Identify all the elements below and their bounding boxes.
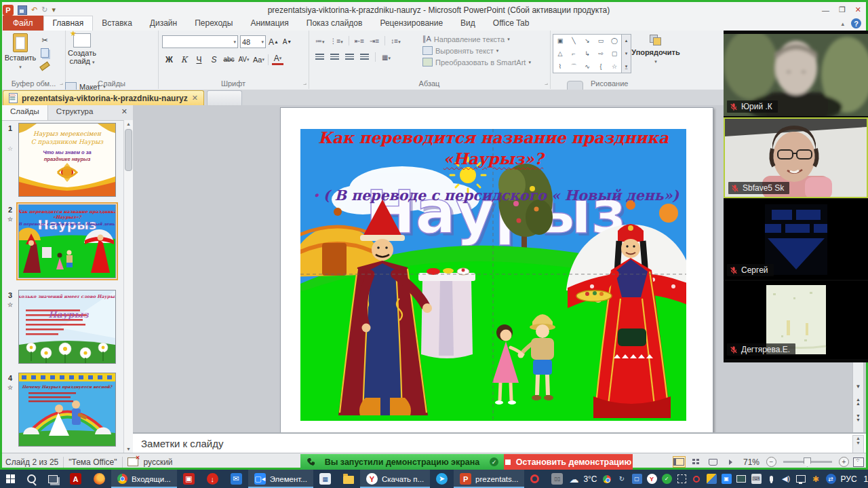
zoom-slider-thumb[interactable] [804, 457, 811, 467]
decrease-indent-button[interactable]: ⇤≡ [355, 37, 364, 45]
document-tab-active[interactable]: prezentatsiya-viktorina-k-prazdniku-naur… [3, 90, 204, 105]
grow-font-button[interactable]: А▲ [268, 36, 279, 48]
slide-thumbnail-item-1[interactable]: 1 Наурыз мерекесімен С праздником Наурыз… [2, 123, 123, 197]
slides-panel-scroll-thumb[interactable] [125, 129, 132, 171]
tray-keyboard-icon[interactable]: ⌨ [751, 474, 762, 484]
shapes-gallery[interactable]: ▣╲↘▭◯ △⌐↳⇨▢ ⌇⌒∿{☆ [553, 34, 622, 73]
spellcheck-icon[interactable] [127, 457, 138, 466]
taskbar-telegram[interactable]: ➤ [430, 470, 454, 488]
tray-zoom-icon[interactable]: ▣ [722, 474, 732, 484]
tray-mic-icon[interactable] [770, 476, 773, 482]
tray-teamviewer-icon[interactable]: ⇄ [826, 474, 836, 484]
tab-office-tab[interactable]: Office Tab [484, 16, 538, 31]
document-tab-new[interactable] [207, 90, 242, 105]
clipboard-dialog-launcher[interactable]: ⌐ [60, 81, 63, 88]
columns-button[interactable]: ▦▾ [382, 54, 391, 61]
taskbar-mail[interactable]: ✉ [224, 470, 248, 488]
tray-snip-icon[interactable] [677, 474, 686, 483]
character-spacing-button[interactable]: AV▾ [238, 54, 250, 65]
slide-thumbnail-item-4[interactable]: 4☆ Почему [2, 373, 123, 447]
slide-thumbnail-item-2[interactable]: 2☆ Наурыз Как переводится название празд… [2, 204, 123, 278]
tray-antivirus-icon[interactable]: ✓ [662, 474, 672, 484]
slide-illustration[interactable]: Наурыз Наурыз [300, 129, 686, 421]
powerpoint-logo-icon[interactable]: P [3, 5, 14, 16]
tray-yandex-icon[interactable]: Y [647, 474, 657, 484]
taskbar-red-app[interactable]: ▣ [177, 470, 201, 488]
font-name-combo[interactable]: ▾ [162, 35, 238, 48]
next-slide-button[interactable]: ▼▼ [853, 413, 863, 425]
convert-smartart-button[interactable]: Преобразовать в SmartArt▾ [422, 58, 550, 67]
task-view-button[interactable] [42, 470, 64, 488]
restore-button[interactable]: ❐ [839, 5, 846, 14]
shapes-gallery-scroll[interactable]: ▴▾▾̲ [622, 34, 631, 73]
taskbar-firefox[interactable] [87, 470, 111, 488]
arrange-button[interactable]: Упорядочить▾ [631, 31, 680, 77]
taskbar-media-app[interactable]: ▦ [313, 470, 337, 488]
taskbar-downloader[interactable]: ↓ [201, 470, 224, 488]
tray-pc-icon[interactable]: ▢ [632, 474, 642, 484]
slides-panel-scrollbar[interactable]: ▲ ▼ [123, 120, 133, 453]
notes-pane[interactable]: Заметки к слайду ▲▼ [133, 432, 866, 454]
weather-cloud-icon[interactable]: ☁ [569, 474, 578, 485]
taskbar-device-app[interactable]: ▯▯ [545, 470, 569, 488]
taskbar-opera[interactable] [524, 470, 545, 488]
minimize-button[interactable]: — [822, 6, 829, 14]
tab-home[interactable]: Главная [43, 16, 94, 31]
tab-insert[interactable]: Вставка [93, 16, 141, 31]
underline-button[interactable]: Ч [193, 54, 205, 65]
bullets-button[interactable]: ≔▾ [315, 37, 325, 45]
italic-button[interactable]: К [178, 54, 190, 65]
line-spacing-button[interactable]: ↕≡▾ [391, 37, 400, 45]
tray-flower-icon[interactable]: ✱ [811, 474, 821, 484]
redo-icon[interactable]: ↻ [41, 5, 47, 14]
save-icon[interactable] [18, 5, 27, 15]
slide-canvas[interactable]: Наурыз Наурыз [280, 107, 713, 434]
taskbar-file-explorer[interactable] [337, 470, 360, 488]
tab-view[interactable]: Вид [452, 16, 484, 31]
taskbar-acrobat[interactable]: A [64, 470, 87, 488]
close-button[interactable]: ✕ [855, 5, 861, 14]
shrink-font-button[interactable]: А▼ [281, 36, 293, 48]
tab-file[interactable]: Файл [3, 16, 43, 31]
new-slide-button[interactable]: Создать слайд ▾ [65, 31, 99, 77]
document-tab-close-icon[interactable]: ✕ [192, 94, 198, 102]
justify-button[interactable] [360, 54, 369, 61]
weather-temperature[interactable]: 3°C [583, 474, 597, 484]
tray-display-icon[interactable] [736, 475, 746, 483]
normal-view-button[interactable] [673, 456, 686, 468]
taskbar-chrome-window[interactable]: Входящи... [111, 470, 177, 488]
tab-slides-thumbnails[interactable]: Слайды [2, 105, 48, 120]
taskbar-zoom-window[interactable]: ▢◂ Элемент... [248, 470, 313, 488]
tray-chrome-icon[interactable] [603, 475, 611, 483]
align-text-button[interactable]: Выровнять текст▾ [422, 46, 550, 55]
font-color-button[interactable]: А▾ [272, 54, 283, 65]
slide-bullet-text[interactable]: •( В переводе с персидского « Новый день… [303, 187, 689, 204]
tab-slideshow[interactable]: Показ слайдов [298, 16, 372, 31]
language-indicator[interactable]: русский [138, 457, 173, 467]
participant-video-1[interactable]: Юрий .К [724, 34, 868, 116]
tab-review[interactable]: Рецензирование [371, 16, 452, 31]
bold-button[interactable]: Ж [163, 54, 175, 65]
participant-video-4[interactable]: Дегтярева.Е. [724, 281, 868, 359]
zoom-slider[interactable] [783, 461, 832, 463]
taskbar-search-button[interactable] [21, 470, 42, 488]
tray-opera-icon[interactable] [693, 476, 700, 483]
strikethrough-button[interactable]: abc [223, 54, 235, 65]
notes-scrollbar[interactable]: ▲▼ [852, 435, 864, 454]
participant-video-3[interactable]: Сергей [724, 200, 868, 280]
tab-design[interactable]: Дизайн [141, 16, 186, 31]
zoom-in-button[interactable]: + [839, 457, 849, 467]
fit-to-window-button[interactable] [853, 457, 864, 467]
slide-1-thumbnail[interactable]: Наурыз мерекесімен С праздником Наурыз Ч… [18, 123, 116, 197]
tray-defender-icon[interactable] [707, 474, 717, 484]
tab-transitions[interactable]: Переходы [186, 16, 241, 31]
numbering-button[interactable]: ⋮≡▾ [330, 37, 343, 45]
copy-icon[interactable] [39, 48, 51, 58]
format-painter-icon[interactable] [39, 60, 51, 71]
align-right-button[interactable] [345, 54, 354, 61]
slide-picture-wrap[interactable]: Наурыз Наурыз [300, 129, 686, 421]
increase-indent-button[interactable]: ⇥≡ [370, 37, 379, 45]
tray-network-icon[interactable] [796, 475, 806, 483]
slide-title-text[interactable]: Как переводится название праздника «Наур… [300, 127, 686, 169]
zoom-out-button[interactable]: − [766, 457, 776, 467]
